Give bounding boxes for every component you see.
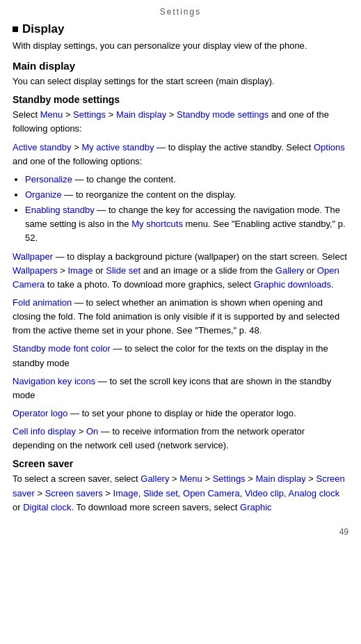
standby-mode-heading: Standby mode settings <box>13 94 348 105</box>
screen-savers-link[interactable]: Screen savers <box>45 488 103 498</box>
main-display-heading: Main display <box>13 60 348 72</box>
screen-saver-heading: Screen saver <box>13 458 348 469</box>
page-number: 49 <box>13 527 348 537</box>
on-link[interactable]: On <box>86 426 98 437</box>
active-standby-options-list: Personalize — to change the content. Org… <box>25 173 348 246</box>
my-active-standby-link[interactable]: My active standby <box>81 142 154 152</box>
main-display-link2[interactable]: Main display <box>255 473 305 484</box>
slide-set-link2[interactable]: Slide set <box>143 488 178 498</box>
active-standby-line: Active standby > My active standby — to … <box>13 141 348 168</box>
page-title: Settings <box>13 7 348 17</box>
video-clip-link[interactable]: Video clip <box>245 488 284 498</box>
fold-animation-link[interactable]: Fold animation <box>13 297 72 308</box>
options-link[interactable]: Options <box>314 142 345 152</box>
graphic-downloads-link[interactable]: Graphic downloads <box>254 279 331 290</box>
nav-key-icons-para: Navigation key icons — to set the scroll… <box>13 375 348 402</box>
wallpapers-link[interactable]: Wallpapers <box>13 265 58 276</box>
wallpaper-para: Wallpaper — to display a background pict… <box>13 250 348 292</box>
image-link2[interactable]: Image <box>113 488 138 498</box>
page-header: Settings <box>13 7 348 17</box>
main-display-description: You can select display settings for the … <box>13 74 348 88</box>
personalize-link[interactable]: Personalize <box>25 174 72 184</box>
list-item: Organize — to reorganize the content on … <box>25 188 348 202</box>
digital-clock-link[interactable]: Digital clock <box>23 502 71 512</box>
standby-mode-settings-link[interactable]: Standby mode settings <box>177 109 268 120</box>
operator-logo-para: Operator logo — to set your phone to dis… <box>13 407 348 421</box>
settings-link[interactable]: Settings <box>73 109 106 120</box>
analog-clock-link[interactable]: Analog clock <box>289 488 340 498</box>
wallpaper-link[interactable]: Wallpaper <box>13 251 53 262</box>
list-item: Enabling standby — to change the key for… <box>25 203 348 245</box>
screen-saver-para: To select a screen saver, select Gallery… <box>13 472 348 514</box>
intro-text: With display settings, you can personali… <box>13 39 348 53</box>
bullet-icon <box>13 26 18 32</box>
standby-mode-intro: Select Menu > Settings > Main display > … <box>13 108 348 136</box>
standby-font-color-para: Standby mode font color — to select the … <box>13 342 348 370</box>
section-heading-display: Display <box>13 22 348 36</box>
list-item: Personalize — to change the content. <box>25 173 348 187</box>
enabling-standby-link[interactable]: Enabling standby <box>25 205 95 215</box>
slide-set-link[interactable]: Slide set <box>106 265 141 276</box>
fold-animation-para: Fold animation — to select whether an an… <box>13 296 348 338</box>
cell-info-display-para: Cell info display > On — to receive info… <box>13 425 348 453</box>
menu-link[interactable]: Menu <box>40 109 63 120</box>
cell-info-display-link[interactable]: Cell info display <box>13 426 76 437</box>
menu-link2[interactable]: Menu <box>179 473 202 484</box>
open-camera-link2[interactable]: Open Camera <box>183 488 240 498</box>
gallery-link2[interactable]: Gallery <box>141 473 169 484</box>
section-heading-label: Display <box>22 22 64 36</box>
my-shortcuts-link[interactable]: My shortcuts <box>131 219 183 229</box>
main-display-link[interactable]: Main display <box>116 109 166 120</box>
gallery-link[interactable]: Gallery <box>275 265 304 276</box>
operator-logo-link[interactable]: Operator logo <box>13 408 68 418</box>
standby-mode-font-color-link[interactable]: Standby mode font color <box>13 343 111 354</box>
organize-link[interactable]: Organize <box>25 189 62 200</box>
navigation-key-icons-link[interactable]: Navigation key icons <box>13 376 95 386</box>
active-standby-link[interactable]: Active standby <box>13 142 72 152</box>
image-link[interactable]: Image <box>67 265 93 276</box>
settings-link2[interactable]: Settings <box>213 473 246 484</box>
graphic-link[interactable]: Graphic <box>240 502 272 512</box>
